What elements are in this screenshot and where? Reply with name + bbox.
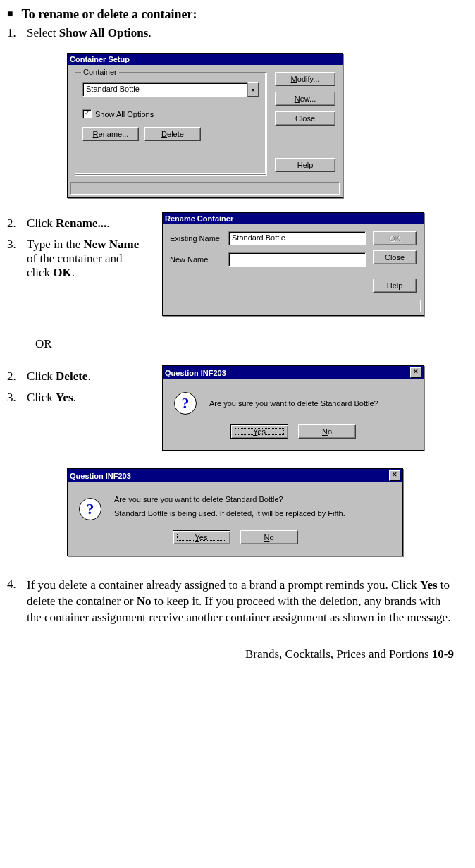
checkbox-label: ll Options	[121, 110, 154, 118]
ok-button[interactable]: OK	[373, 231, 417, 245]
statusbar	[70, 182, 340, 195]
dialog-rename-container: Rename Container Existing Name Standard …	[162, 212, 424, 316]
step-text: .	[148, 26, 151, 39]
help-button[interactable]: Help	[373, 279, 417, 293]
step-body: Select Show All Options.	[27, 26, 454, 40]
step-text: .	[87, 369, 90, 383]
titlebar: Question INF203 ✕	[163, 366, 424, 379]
step-text: .	[106, 216, 109, 230]
existing-name-value: Standard Bottle	[228, 231, 366, 245]
footer-text: Brands, Cocktails, Prices and Portions	[245, 647, 432, 661]
step-text: Click	[27, 391, 56, 404]
dropdown-value: Standard Bottle	[82, 82, 247, 97]
step-bold: Show All Options	[59, 26, 149, 39]
step-bold: Delete	[56, 369, 87, 383]
step-bold: OK	[53, 266, 71, 279]
statusbar	[166, 300, 421, 312]
close-icon[interactable]: ✕	[410, 367, 421, 378]
modify-button[interactable]: Modify...	[275, 72, 335, 86]
help-button[interactable]: Help	[275, 158, 335, 172]
section-heading: To rename or delete a container:	[21, 7, 197, 22]
dialog-title: Rename Container	[165, 214, 233, 223]
question-icon: ?	[79, 498, 101, 520]
step-1: 1. Select Show All Options.	[7, 26, 454, 40]
dialog-question-1: Question INF203 ✕ ? Are you sure you wan…	[162, 365, 424, 451]
dialog-container-setup: Container Setup Container Standard Bottl…	[67, 53, 343, 198]
dialog-title: Container Setup	[70, 55, 130, 63]
close-button[interactable]: Close	[275, 111, 335, 126]
bullet-square-icon: ■	[7, 8, 13, 20]
dialog-title: Question INF203	[70, 472, 131, 480]
step-bold: Rename...	[56, 216, 106, 230]
step-text: Select	[27, 26, 59, 39]
step-text: Click	[27, 369, 56, 383]
step-2b: 2. Click Delete.	[7, 369, 148, 384]
question-message: Are you sure you want to delete Standard…	[209, 399, 378, 408]
step-3a: 3. Type in the New Name of the container…	[7, 238, 148, 280]
step-text: .	[72, 266, 75, 279]
show-all-options-checkbox[interactable]: ✓ Show All Options	[82, 109, 259, 118]
question-message-2: Standard Bottle is being used. If delete…	[114, 509, 345, 518]
step-number: 3.	[7, 391, 27, 405]
step-bold: Yes	[420, 578, 438, 592]
no-button[interactable]: No	[298, 424, 356, 439]
step-number: 3.	[7, 238, 27, 280]
delete-button[interactable]: Delete	[144, 127, 201, 141]
groupbox-legend: Container	[81, 68, 119, 76]
yes-button[interactable]: Yes	[230, 424, 288, 439]
question-icon: ?	[174, 392, 197, 415]
delete-section: 2. Click Delete. 3. Click Yes. Question …	[7, 365, 454, 451]
yes-button[interactable]: Yes	[173, 530, 230, 544]
checkbox-box: ✓	[82, 109, 92, 118]
section-heading-row: ■ To rename or delete a container:	[7, 7, 454, 22]
step-text: Click	[27, 216, 56, 230]
new-name-input[interactable]	[228, 252, 366, 267]
page-footer: Brands, Cocktails, Prices and Portions 1…	[7, 647, 454, 661]
existing-name-label: Existing Name	[170, 234, 223, 243]
or-label: OR	[35, 337, 454, 351]
dialog-title: Question INF203	[165, 369, 226, 377]
step-3b: 3. Click Yes.	[7, 391, 148, 405]
step-bold: New Name	[83, 238, 139, 251]
step-text: Type in the	[27, 238, 83, 251]
close-icon[interactable]: ✕	[389, 470, 400, 481]
step-number: 2.	[7, 216, 27, 231]
step-4: 4. If you delete a container already ass…	[7, 577, 454, 626]
page-number: 10-9	[432, 647, 454, 661]
rename-section: 2. Click Rename.... 3. Type in the New N…	[7, 212, 454, 316]
step-bold: Yes	[56, 391, 73, 404]
step-text: .	[73, 391, 76, 404]
container-dropdown[interactable]: Standard Bottle ▼	[82, 82, 259, 97]
step-number: 4.	[7, 577, 27, 626]
titlebar: Rename Container	[163, 213, 424, 224]
question-message-1: Are you sure you want to delete Standard…	[114, 495, 345, 503]
chevron-down-icon[interactable]: ▼	[247, 82, 259, 97]
no-button[interactable]: No	[240, 530, 298, 544]
step-text: If you delete a container already assign…	[27, 578, 420, 592]
titlebar: Container Setup	[68, 54, 343, 65]
new-button[interactable]: New...	[275, 92, 335, 106]
step-bold: No	[137, 594, 152, 608]
step-number: 1.	[7, 26, 27, 40]
titlebar: Question INF203 ✕	[68, 469, 402, 482]
dialog-question-2: Question INF203 ✕ ? Are you sure you wan…	[67, 468, 403, 556]
step-number: 2.	[7, 369, 27, 384]
groupbox-container: Container Standard Bottle ▼ ✓ Show All O…	[75, 72, 266, 175]
new-name-label: New Name	[170, 255, 223, 264]
close-button[interactable]: Close	[373, 250, 417, 264]
checkbox-label: Show	[95, 110, 116, 118]
step-2a: 2. Click Rename....	[7, 216, 148, 231]
rename-button[interactable]: Rename...	[82, 127, 139, 141]
